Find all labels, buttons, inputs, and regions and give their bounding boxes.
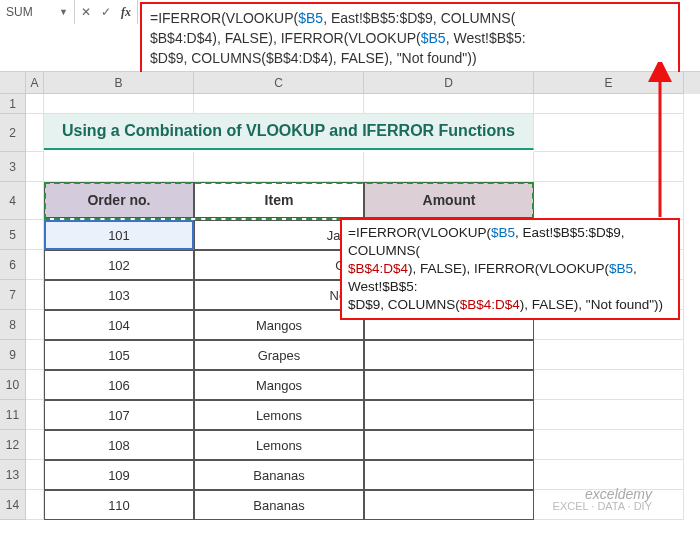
- cell[interactable]: [534, 94, 684, 114]
- row-3: [26, 152, 700, 182]
- cell[interactable]: [534, 340, 684, 370]
- col-header-a[interactable]: A: [26, 72, 44, 94]
- row-header[interactable]: 1: [0, 94, 26, 114]
- cell[interactable]: 109: [44, 460, 194, 490]
- cell[interactable]: [364, 430, 534, 460]
- cell[interactable]: 106: [44, 370, 194, 400]
- cell[interactable]: Lemons: [194, 430, 364, 460]
- cell[interactable]: [26, 114, 44, 152]
- row-header[interactable]: 8: [0, 310, 26, 340]
- cell[interactable]: Gra: [194, 250, 364, 280]
- watermark: exceldemy EXCEL · DATA · DIY: [553, 488, 652, 512]
- cell[interactable]: 107: [44, 400, 194, 430]
- cell[interactable]: [364, 370, 534, 400]
- select-all-corner[interactable]: [0, 72, 26, 94]
- cancel-icon[interactable]: ✕: [81, 5, 91, 19]
- cell[interactable]: Bananas: [194, 490, 364, 520]
- formula-input[interactable]: =IFERROR(VLOOKUP($B5, East!$B$5:$D$9, CO…: [140, 2, 680, 74]
- cell[interactable]: [26, 370, 44, 400]
- cell[interactable]: [44, 152, 194, 182]
- cell[interactable]: [26, 280, 44, 310]
- cell[interactable]: 105: [44, 340, 194, 370]
- cell[interactable]: Grapes: [194, 340, 364, 370]
- row-header[interactable]: 9: [0, 340, 26, 370]
- col-header-b[interactable]: B: [44, 72, 194, 94]
- title-cell[interactable]: Using a Combination of VLOOKUP and IFERR…: [44, 114, 534, 150]
- cell[interactable]: 108: [44, 430, 194, 460]
- row-header[interactable]: 6: [0, 250, 26, 280]
- cell[interactable]: [364, 490, 534, 520]
- cell[interactable]: [26, 94, 44, 114]
- cell[interactable]: [364, 340, 534, 370]
- cell[interactable]: [534, 430, 684, 460]
- header-amount[interactable]: Amount: [364, 182, 534, 218]
- row-header[interactable]: 14: [0, 490, 26, 520]
- fx-icon[interactable]: fx: [121, 5, 131, 20]
- row-header[interactable]: 12: [0, 430, 26, 460]
- cell[interactable]: [364, 94, 534, 114]
- cell[interactable]: [26, 430, 44, 460]
- header-order-no[interactable]: Order no.: [44, 182, 194, 218]
- col-header-c[interactable]: C: [194, 72, 364, 94]
- cell[interactable]: Not f: [194, 280, 364, 310]
- col-header-d[interactable]: D: [364, 72, 534, 94]
- header-item[interactable]: Item: [194, 182, 364, 218]
- name-box[interactable]: SUM ▼: [0, 0, 75, 24]
- cell[interactable]: [26, 400, 44, 430]
- cell[interactable]: [194, 152, 364, 182]
- formula-bar: SUM ▼ ✕ ✓ fx =IFERROR(VLOOKUP($B5, East!…: [0, 0, 700, 72]
- row-header[interactable]: 3: [0, 152, 26, 182]
- row-headers: 1 2 3 4 5 6 7 8 9 10 11 12 13 14: [0, 94, 26, 520]
- row-header[interactable]: 13: [0, 460, 26, 490]
- cell[interactable]: [364, 400, 534, 430]
- cell[interactable]: [534, 152, 684, 182]
- cell[interactable]: [26, 220, 44, 250]
- cell[interactable]: [534, 400, 684, 430]
- cell[interactable]: [26, 310, 44, 340]
- table-row: 106 Mangos: [26, 370, 700, 400]
- cell[interactable]: Mangos: [194, 370, 364, 400]
- row-header[interactable]: 11: [0, 400, 26, 430]
- cell[interactable]: [364, 152, 534, 182]
- cell[interactable]: [534, 114, 684, 152]
- table-row: 105 Grapes: [26, 340, 700, 370]
- cell[interactable]: 104: [44, 310, 194, 340]
- cell[interactable]: 102: [44, 250, 194, 280]
- row-header[interactable]: 2: [0, 114, 26, 152]
- cell[interactable]: [534, 370, 684, 400]
- row-1: [26, 94, 700, 114]
- formula-bar-buttons: ✕ ✓ fx: [75, 0, 138, 24]
- cell[interactable]: [26, 250, 44, 280]
- cell-b5-active[interactable]: 101: [44, 220, 194, 250]
- cell[interactable]: Bananas: [194, 460, 364, 490]
- cell[interactable]: 103: [44, 280, 194, 310]
- cell[interactable]: [364, 460, 534, 490]
- row-4-headers: Order no. Item Amount: [26, 182, 700, 220]
- cell[interactable]: [534, 182, 684, 220]
- cell[interactable]: Jackf: [194, 220, 364, 250]
- row-2: Using a Combination of VLOOKUP and IFERR…: [26, 114, 700, 152]
- row-header[interactable]: 10: [0, 370, 26, 400]
- worksheet-grid: A B C D E 1 2 3 4 5 6 7 8 9 10 11 12 13 …: [0, 72, 700, 548]
- row-header[interactable]: 4: [0, 182, 26, 220]
- cell[interactable]: 110: [44, 490, 194, 520]
- name-box-value: SUM: [6, 5, 33, 19]
- chevron-down-icon[interactable]: ▼: [59, 7, 68, 17]
- row-header[interactable]: 5: [0, 220, 26, 250]
- cell[interactable]: Lemons: [194, 400, 364, 430]
- table-row: 107 Lemons: [26, 400, 700, 430]
- table-row: 108 Lemons: [26, 430, 700, 460]
- cell[interactable]: [26, 490, 44, 520]
- cell[interactable]: [26, 460, 44, 490]
- cell[interactable]: [26, 182, 44, 220]
- cell[interactable]: Mangos: [194, 310, 364, 340]
- cell[interactable]: [26, 340, 44, 370]
- formula-overlay: =IFERROR(VLOOKUP($B5, East!$B$5:$D$9, CO…: [340, 218, 680, 320]
- col-header-e[interactable]: E: [534, 72, 684, 94]
- cell[interactable]: [194, 94, 364, 114]
- cell[interactable]: [26, 152, 44, 182]
- cell[interactable]: [44, 94, 194, 114]
- row-header[interactable]: 7: [0, 280, 26, 310]
- column-headers: A B C D E: [26, 72, 700, 94]
- accept-icon[interactable]: ✓: [101, 5, 111, 19]
